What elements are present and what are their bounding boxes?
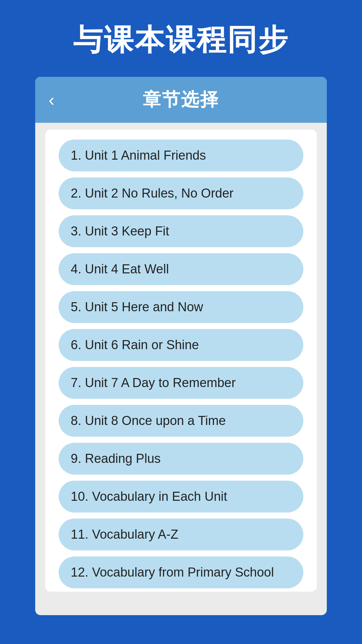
chapter-item-label-10: 10. Vocabulary in Each Unit — [71, 489, 227, 503]
chapter-item-label-5: 5. Unit 5 Here and Now — [71, 300, 203, 314]
chapter-container: ‹ 章节选择 1. Unit 1 Animal Friends2. Unit 2… — [35, 77, 327, 615]
chapter-item-label-3: 3. Unit 3 Keep Fit — [71, 224, 169, 238]
chapter-item-label-7: 7. Unit 7 A Day to Remember — [71, 376, 236, 390]
page-title: 与课本课程同步 — [60, 0, 302, 77]
chapter-item-label-12: 12. Vocabulary from Primary School — [71, 565, 274, 579]
chapter-item-label-6: 6. Unit 6 Rain or Shine — [71, 338, 199, 352]
back-button[interactable]: ‹ — [49, 91, 54, 109]
chapter-item-label-4: 4. Unit 4 Eat Well — [71, 262, 169, 276]
chapter-item-12[interactable]: 12. Vocabulary from Primary School — [59, 556, 303, 588]
chapter-header: ‹ 章节选择 — [35, 77, 327, 123]
chapter-item-7[interactable]: 7. Unit 7 A Day to Remember — [59, 367, 303, 399]
chapter-item-2[interactable]: 2. Unit 2 No Rules, No Order — [59, 177, 303, 209]
chapter-header-title: 章节选择 — [143, 88, 219, 112]
chapter-item-1[interactable]: 1. Unit 1 Animal Friends — [59, 140, 303, 171]
chapter-item-5[interactable]: 5. Unit 5 Here and Now — [59, 291, 303, 323]
chapter-item-11[interactable]: 11. Vocabulary A-Z — [59, 519, 303, 550]
chapter-item-10[interactable]: 10. Vocabulary in Each Unit — [59, 481, 303, 513]
chapter-item-label-11: 11. Vocabulary A-Z — [71, 527, 178, 541]
chapter-item-9[interactable]: 9. Reading Plus — [59, 443, 303, 475]
chapter-item-label-1: 1. Unit 1 Animal Friends — [71, 148, 206, 162]
chapter-item-label-2: 2. Unit 2 No Rules, No Order — [71, 186, 234, 200]
chapter-item-4[interactable]: 4. Unit 4 Eat Well — [59, 253, 303, 285]
chapter-list: 1. Unit 1 Animal Friends2. Unit 2 No Rul… — [45, 129, 317, 592]
chapter-item-6[interactable]: 6. Unit 6 Rain or Shine — [59, 329, 303, 361]
chapter-item-8[interactable]: 8. Unit 8 Once upon a Time — [59, 405, 303, 437]
chapter-item-3[interactable]: 3. Unit 3 Keep Fit — [59, 215, 303, 247]
chapter-item-label-8: 8. Unit 8 Once upon a Time — [71, 414, 226, 428]
chapter-item-label-9: 9. Reading Plus — [71, 451, 161, 466]
